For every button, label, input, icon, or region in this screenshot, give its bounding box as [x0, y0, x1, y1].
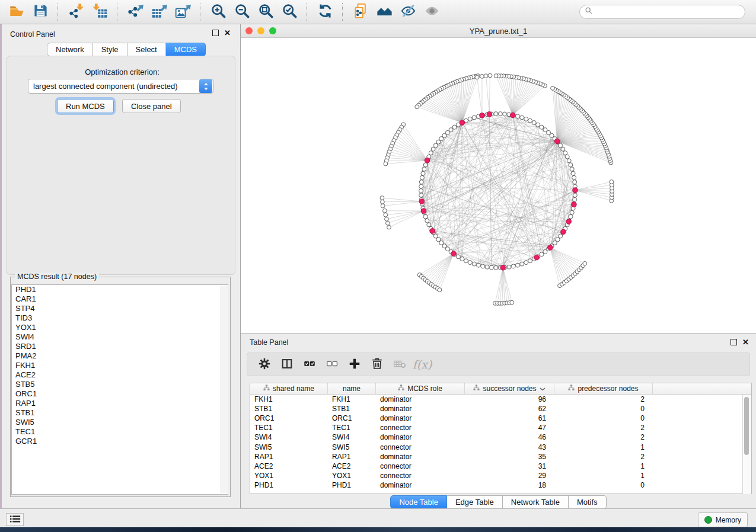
cell-name[interactable]: RAP1 [328, 453, 376, 461]
export-image-button[interactable] [172, 2, 193, 22]
cell-successor-nodes[interactable]: 61 [465, 414, 554, 422]
cell-name[interactable]: PHD1 [328, 481, 376, 489]
show-columns-button[interactable] [278, 355, 296, 373]
export-table-button[interactable] [148, 2, 170, 22]
cell-shared-name[interactable]: PHD1 [250, 481, 328, 489]
mcds-result-item[interactable]: RAP1 [12, 399, 228, 408]
import-table-button[interactable] [89, 2, 110, 22]
mcds-result-item[interactable]: SWI4 [12, 332, 228, 342]
table-row[interactable]: TEC1TEC1connector472 [250, 423, 751, 432]
cell-predecessor-nodes[interactable]: 2 [554, 453, 653, 461]
cell-name[interactable]: TEC1 [328, 424, 376, 432]
float-panel-icon[interactable] [212, 30, 219, 36]
zoom-fit-button[interactable] [255, 2, 276, 22]
first-neighbors-button[interactable] [374, 2, 395, 22]
cell-name[interactable]: YOX1 [328, 472, 376, 480]
zoom-in-button[interactable] [208, 2, 229, 22]
hide-selected-button[interactable] [397, 2, 419, 22]
cell-predecessor-nodes[interactable]: 0 [554, 405, 653, 413]
cell-MCDS-role[interactable]: connector [376, 424, 465, 432]
show-all-button[interactable] [421, 2, 442, 22]
import-network-button[interactable] [65, 2, 87, 22]
table-row[interactable]: STB1STB1dominator620 [250, 404, 751, 414]
cell-predecessor-nodes[interactable]: 2 [554, 395, 653, 403]
unselect-all-columns-button[interactable] [323, 355, 341, 373]
mcds-result-item[interactable]: STB1 [12, 408, 228, 418]
cell-successor-nodes[interactable]: 47 [465, 424, 554, 432]
show-panels-list-button[interactable] [6, 513, 24, 526]
mcds-result-item[interactable]: TEC1 [12, 427, 228, 437]
select-all-columns-button[interactable] [301, 355, 318, 373]
cell-successor-nodes[interactable]: 46 [465, 433, 554, 441]
mcds-result-item[interactable]: FKH1 [12, 361, 228, 370]
cell-name[interactable]: FKH1 [328, 395, 376, 403]
table-row[interactable]: PHD1PHD1dominator180 [250, 480, 751, 490]
mcds-result-item[interactable]: CAR1 [12, 294, 228, 304]
cell-successor-nodes[interactable]: 96 [465, 395, 554, 403]
cell-MCDS-role[interactable]: connector [376, 443, 465, 451]
zoom-out-button[interactable] [231, 2, 253, 22]
table-row[interactable]: FKH1FKH1dominator962 [250, 395, 751, 404]
close-panel-icon[interactable]: ✕ [224, 30, 231, 36]
cell-MCDS-role[interactable]: dominator [376, 453, 465, 461]
float-table-panel-icon[interactable] [731, 339, 737, 345]
mcds-result-item[interactable]: ORC1 [12, 389, 228, 399]
cell-predecessor-nodes[interactable]: 1 [554, 472, 653, 480]
cell-successor-nodes[interactable]: 31 [465, 462, 554, 470]
table-row[interactable]: ACE2ACE2connector311 [250, 462, 751, 471]
cell-successor-nodes[interactable]: 43 [465, 443, 554, 451]
tab-style[interactable]: Style [93, 43, 127, 56]
cell-name[interactable]: ACE2 [328, 462, 376, 470]
mcds-result-item[interactable]: PMA2 [12, 351, 228, 361]
tab-motifs[interactable]: Motifs [569, 495, 607, 509]
column-header-shared-name[interactable]: shared name [250, 383, 328, 394]
open-file-button[interactable] [6, 2, 27, 22]
cell-predecessor-nodes[interactable]: 2 [554, 433, 653, 441]
mcds-result-item[interactable]: ACE2 [12, 370, 228, 380]
mcds-result-item[interactable]: GCR1 [12, 437, 228, 446]
search-box[interactable] [579, 5, 745, 19]
network-graph-canvas[interactable] [241, 37, 756, 333]
cell-shared-name[interactable]: SWI5 [250, 443, 328, 451]
refresh-button[interactable] [314, 2, 336, 22]
tab-edge-table[interactable]: Edge Table [447, 495, 503, 509]
cell-shared-name[interactable]: RAP1 [250, 453, 328, 461]
table-row[interactable]: SWI4SWI4dominator462 [250, 432, 751, 442]
cell-MCDS-role[interactable]: dominator [376, 405, 465, 413]
cell-predecessor-nodes[interactable]: 0 [554, 481, 653, 489]
memory-button[interactable]: Memory [698, 512, 748, 527]
copy-network-button[interactable] [350, 2, 371, 22]
mcds-result-item[interactable]: SRD1 [12, 342, 228, 351]
save-session-button[interactable] [30, 2, 51, 22]
cell-MCDS-role[interactable]: dominator [376, 395, 465, 403]
table-row[interactable]: ORC1ORC1dominator610 [250, 414, 751, 423]
cell-predecessor-nodes[interactable]: 1 [554, 443, 653, 451]
table-row[interactable]: YOX1YOX1connector291 [250, 471, 751, 480]
cell-MCDS-role[interactable]: connector [376, 472, 465, 480]
cell-shared-name[interactable]: SWI4 [250, 433, 328, 441]
column-header-name[interactable]: name [328, 383, 376, 394]
cell-shared-name[interactable]: STB1 [250, 405, 328, 413]
cell-MCDS-role[interactable]: dominator [376, 414, 465, 422]
cell-name[interactable]: STB1 [328, 405, 376, 413]
tab-network[interactable]: Network [47, 43, 93, 56]
close-panel-button[interactable]: Close panel [122, 99, 181, 113]
tab-mcds[interactable]: MCDS [166, 43, 206, 56]
cell-shared-name[interactable]: FKH1 [250, 395, 328, 403]
cell-successor-nodes[interactable]: 35 [465, 453, 554, 461]
cell-predecessor-nodes[interactable]: 0 [554, 414, 653, 422]
column-header-MCDS-role[interactable]: MCDS role [376, 383, 465, 394]
cell-shared-name[interactable]: ACE2 [250, 462, 328, 470]
mcds-result-item[interactable]: TID3 [12, 313, 228, 323]
tab-select[interactable]: Select [127, 43, 166, 56]
cell-predecessor-nodes[interactable]: 2 [554, 424, 653, 432]
mcds-result-item[interactable]: STP4 [12, 304, 228, 313]
optimization-criterion-select[interactable]: largest connected component (undirected) [28, 79, 213, 94]
cell-successor-nodes[interactable]: 29 [465, 472, 554, 480]
cell-MCDS-role[interactable]: dominator [376, 433, 465, 441]
table-settings-button[interactable] [256, 355, 273, 373]
cell-successor-nodes[interactable]: 18 [465, 481, 554, 489]
delete-row-button[interactable] [368, 355, 386, 373]
mcds-result-item[interactable]: PHD1 [12, 285, 228, 294]
run-mcds-button[interactable]: Run MCDS [57, 99, 114, 113]
